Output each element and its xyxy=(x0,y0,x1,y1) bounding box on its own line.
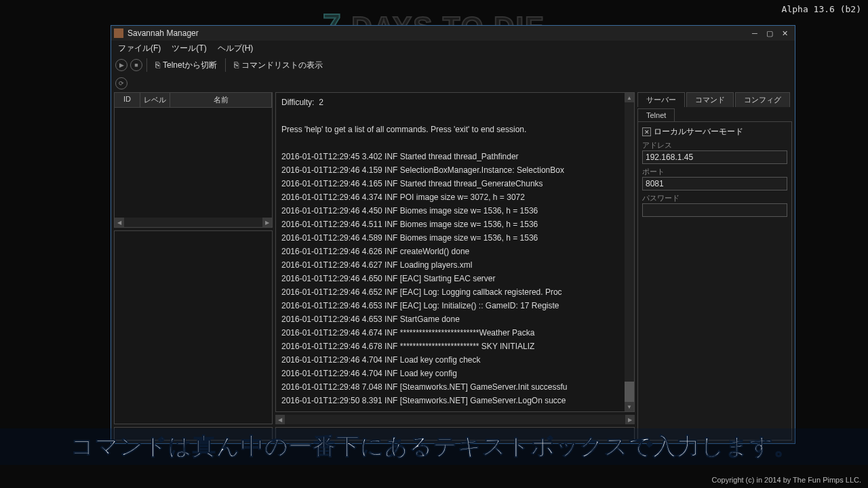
app-window: Savannah Manager ─ ▢ ✕ ファイル(F) ツール(T) ヘル… xyxy=(111,25,795,444)
commandlist-button[interactable]: ⎘ コマンドリストの表示 xyxy=(230,58,327,73)
col-id[interactable]: ID xyxy=(115,93,140,107)
address-label: アドレス xyxy=(642,140,787,150)
subtitle-overlay: コマンドは真ん中の一番下にあるテキストボックスで入力します。 xyxy=(0,428,868,465)
subtab-telnet[interactable]: Telnet xyxy=(637,108,675,122)
password-label: パスワード xyxy=(642,193,787,203)
console-vscroll[interactable]: ▲ ▼ xyxy=(625,93,634,411)
stop-icon[interactable]: ■ xyxy=(130,59,142,71)
minimize-button[interactable]: ─ xyxy=(747,27,762,39)
console-text[interactable]: Difficulty: 2 Press 'help' to get a list… xyxy=(276,93,625,411)
refresh-icon[interactable]: ⟳ xyxy=(115,77,127,89)
password-input[interactable] xyxy=(642,203,787,217)
port-label: ポート xyxy=(642,167,787,177)
play-icon[interactable]: ▶ xyxy=(115,59,127,71)
menubar: ファイル(F) ツール(T) ヘルプ(H) xyxy=(111,41,795,56)
scroll-right-icon[interactable]: ▶ xyxy=(625,415,635,424)
list-icon: ⎘ xyxy=(234,60,239,70)
scroll-thumb[interactable] xyxy=(625,382,634,402)
titlebar[interactable]: Savannah Manager ─ ▢ ✕ xyxy=(111,26,795,41)
tab-command[interactable]: コマンド xyxy=(686,92,734,107)
toolbar: ▶ ■ ⎘ Telnetから切断 ⎘ コマンドリストの表示 xyxy=(111,56,795,75)
tab-config[interactable]: コンフィグ xyxy=(735,92,790,107)
player-table: ID レベル 名前 ◀ ▶ xyxy=(114,92,273,228)
col-level[interactable]: レベル xyxy=(140,93,170,107)
game-version: Alpha 13.6 (b2) xyxy=(782,4,861,14)
subtitle-text: コマンドは真ん中の一番下にあるテキストボックスで入力します。 xyxy=(0,431,868,462)
console: Difficulty: 2 Press 'help' to get a list… xyxy=(275,92,635,412)
scroll-down-icon[interactable]: ▼ xyxy=(625,402,634,411)
disconnect-button[interactable]: ⎘ Telnetから切断 xyxy=(151,58,221,73)
scroll-up-icon[interactable]: ▲ xyxy=(625,93,634,102)
close-button[interactable]: ✕ xyxy=(777,27,792,39)
scroll-left-icon[interactable]: ◀ xyxy=(115,218,124,227)
scroll-right-icon[interactable]: ▶ xyxy=(262,218,272,227)
app-icon xyxy=(114,28,123,38)
menu-file[interactable]: ファイル(F) xyxy=(115,41,163,56)
disconnect-icon: ⎘ xyxy=(155,60,160,70)
menu-tools[interactable]: ツール(T) xyxy=(169,41,209,56)
server-panel: ✕ ローカルサーバーモード アドレス ポート パスワード xyxy=(637,121,792,441)
table-body[interactable] xyxy=(115,108,272,218)
scroll-left-icon[interactable]: ◀ xyxy=(275,415,285,424)
window-title: Savannah Manager xyxy=(127,28,747,38)
local-server-checkbox[interactable]: ✕ ローカルサーバーモード xyxy=(642,126,787,138)
maximize-button[interactable]: ▢ xyxy=(762,27,777,39)
port-input[interactable] xyxy=(642,177,787,190)
console-hscroll[interactable]: ◀ ▶ xyxy=(275,415,635,424)
menu-help[interactable]: ヘルプ(H) xyxy=(215,41,256,56)
address-input[interactable] xyxy=(642,150,787,164)
checkbox-icon[interactable]: ✕ xyxy=(642,127,651,136)
table-hscroll[interactable]: ◀ ▶ xyxy=(115,218,272,227)
tab-server[interactable]: サーバー xyxy=(637,92,685,107)
left-lower-pane xyxy=(114,230,273,424)
toolbar-secondary: ⟳ xyxy=(111,75,795,92)
col-name[interactable]: 名前 xyxy=(170,93,272,107)
copyright: Copyright (c) in 2014 by The Fun Pimps L… xyxy=(711,476,861,484)
